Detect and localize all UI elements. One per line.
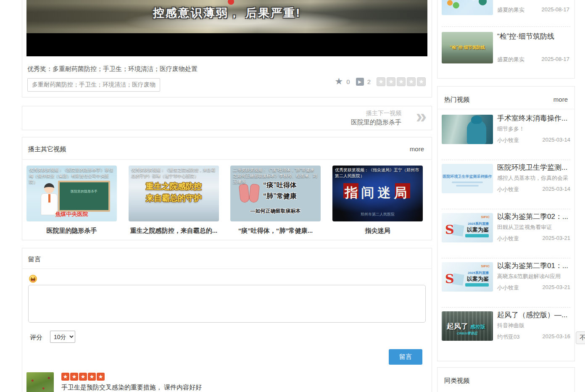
video-stats: 0 2 [335,77,426,86]
thumb-art-text: 重生之院感防控 来自霸总的守护 [129,181,219,204]
emoji-picker-icon[interactable] [29,275,37,283]
uploader-videos-box: 盛夏的果实 2025-08-17 “检”控·细节筑防线 “检”控·细节筑防线 盛… [437,0,575,79]
divider [437,109,574,109]
other-videos-more-link[interactable]: more [410,145,424,153]
thumb-art-text: S [445,222,454,237]
video-title[interactable]: 医院里的隐形杀手 [26,227,117,235]
floating-side-button[interactable]: 不 [576,331,585,344]
thumb-art-subtext: 郑州市第二人民医院 [332,212,423,217]
video-author[interactable]: 小小牧童 [497,186,519,193]
video-subtitle: 高晓东&范鹏超解读AI应用 [497,273,572,280]
video-meta: 小小牧童 2025-03-14 [497,137,570,144]
video-date: 2025-08-17 [542,6,570,14]
video-meta: 约书亚03 2025-03-16 [497,333,570,341]
other-videos-title: 播主其它视频 [28,145,66,153]
video-thumbnail[interactable]: 二等奖获奖视频：《“痰”吐得体，“肺”常健康之如何正确留取痰标本》李秋玲、程依琳… [230,166,321,221]
rating-star-icon[interactable] [397,77,406,86]
favorite-stat[interactable]: 0 [335,77,350,86]
rating-star-icon[interactable] [387,77,395,86]
video-thumbnail[interactable]: 优秀奖获奖视频：《医院里的隐形杀手》章佳梅（焦作煤业（集团）有限责任公司中央医院… [26,166,117,221]
related-videos-box: 同类视频 [437,367,575,392]
thumb-art-text: 起风了 感控版 [447,321,485,331]
sific-logo: SIFIC [481,215,490,219]
rating-stars[interactable] [377,77,426,86]
video-date: 2025-08-17 [542,56,570,63]
hot-video-item[interactable]: 医院环境卫生学监测采样操作 医院环境卫生学监测... 感控人员基本功，你真的会采… [442,164,571,206]
thumb-art-subtext: —如何正确留取痰标本 [230,208,321,215]
thumb-overlay-text: 优秀奖获奖视频：《指尖迷局》王宁（郑州市第二人民医院） [332,166,423,181]
video-thumbnail[interactable]: 起风了 感控版 CRBSI零容忍 [442,311,493,341]
comment-input[interactable] [28,285,426,323]
hot-video-item[interactable]: S SIFIC 2025系列直播 以案为鉴 以案为鉴第二季01：... 高晓东&… [442,262,571,304]
double-chevron-right-icon[interactable] [416,105,427,127]
star-icon [70,373,78,381]
comment-text: 手卫生是预防交叉感染的重要措施， 课件内容好好 [61,384,202,392]
hot-videos-more-link[interactable]: more [553,96,568,103]
other-video-card[interactable]: 优秀奖获奖视频：《指尖迷局》王宁（郑州市第二人民医院） 指间迷局 郑州市第二人民… [332,166,423,235]
thumb-art-text: S [445,271,454,286]
video-meta: 盛夏的果实 2025-08-17 [497,6,569,14]
video-tag[interactable]: 多重耐药菌防控；手卫生；环境清洁；医疗废物 [27,78,160,92]
video-title[interactable]: “痰”吐得体，“肺”常健康... [230,227,321,235]
rating-select[interactable]: 10分 [50,331,75,343]
video-subtitle: 田靓从卫监视角看审证 [497,224,572,231]
rating-star-icon[interactable] [377,77,385,86]
video-title[interactable]: 起风了（感控版）—... [497,310,572,320]
video-player[interactable]: 控感意识薄弱， 后果严重! [26,0,427,56]
next-video-title[interactable]: 医院里的隐形杀手 [351,118,401,126]
video-author[interactable]: 盛夏的果实 [497,6,524,14]
video-author[interactable]: 小小牧童 [497,284,519,292]
video-thumbnail[interactable] [442,0,493,15]
divider [22,159,432,160]
video-thumbnail[interactable]: 医院环境卫生学监测采样操作 [442,164,493,193]
video-author[interactable]: 小小牧童 [497,235,519,242]
hot-video-item[interactable]: S SIFIC 2025系列直播 以案为鉴 以案为鉴第二季02：... 田靓从卫… [442,213,571,255]
thumb-art-text: 焦煤中央医院 [26,210,117,218]
other-video-card[interactable]: 优秀奖获奖视频：《医院里的隐形杀手》章佳梅（焦作煤业（集团）有限责任公司中央医院… [26,166,117,235]
video-thumbnail[interactable]: 优秀奖获奖视频：《重生之院感防控，来自霸总的守护》邵琳（遂宁市中心医院） 重生之… [129,166,219,221]
video-author[interactable]: 盛夏的果实 [497,56,524,63]
thumb-art-text: “检”控·细节筑防线 [442,45,493,50]
thumb-overlay-text: 二等奖获奖视频：《“痰”吐得体，“肺”常健康之如何正确留取痰标本》李秋玲、程依琳… [230,166,321,187]
dashed-divider [442,26,570,27]
nurse-art [467,120,486,144]
star-icon [61,373,69,381]
star-icon [79,373,87,381]
video-thumbnail[interactable]: S SIFIC 2025系列直播 以案为鉴 [442,262,493,292]
video-caption: 控感意识薄弱， 后果严重! [26,5,427,21]
video-title[interactable]: 重生之院感防控，来自霸总的... [129,227,219,235]
video-meta: 盛夏的果实 2025-08-17 [497,56,569,63]
hot-video-item[interactable]: 手术室终末消毒操作... 细节多多！ 小小牧童 2025-03-14 [442,115,571,157]
video-title[interactable]: 手术室终末消毒操作... [497,113,572,123]
video-meta: 小小牧童 2025-03-21 [497,235,570,242]
other-video-card[interactable]: 优秀奖获奖视频：《重生之院感防控，来自霸总的守护》邵琳（遂宁市中心医院） 重生之… [129,166,219,235]
submit-comment-button[interactable]: 留言 [389,349,422,365]
video-date: 2025-03-16 [543,333,571,341]
favorite-star-icon[interactable] [335,77,343,86]
divider [22,268,432,269]
video-author[interactable]: 约书亚03 [497,333,519,341]
rating-star-icon[interactable] [407,77,416,86]
video-title[interactable]: 以案为鉴第二季01：... [497,261,572,271]
other-video-card[interactable]: 二等奖获奖视频：《“痰”吐得体，“肺”常健康之如何正确留取痰标本》李秋玲、程依琳… [230,166,321,235]
video-title[interactable]: 医院环境卫生学监测... [497,163,572,172]
next-video-box[interactable]: 播主下一视频 医院里的隐形杀手 [22,106,432,130]
hot-videos-title: 热门视频 [444,96,469,104]
hot-videos-box: 热门视频 more 手术室终末消毒操作... 细节多多！ 小小牧童 2025-0… [437,86,575,361]
commenter-avatar[interactable] [26,372,54,392]
dashed-divider [442,160,570,160]
video-title[interactable]: 以案为鉴第二季02：... [497,212,572,221]
video-title[interactable]: “检”控·细节筑防线 [497,32,571,41]
comment-star-rating [61,373,105,381]
dashed-divider [442,307,570,308]
hot-video-item[interactable]: 起风了 感控版 CRBSI零容忍 起风了（感控版）—... 抖音神曲版 约书亚0… [442,311,571,353]
video-thumbnail[interactable]: S SIFIC 2025系列直播 以案为鉴 [442,213,493,242]
video-thumbnail[interactable] [442,115,493,144]
video-thumbnail[interactable]: “检”控·细节筑防线 [442,32,493,63]
video-thumbnail[interactable]: 优秀奖获奖视频：《指尖迷局》王宁（郑州市第二人民医院） 指间迷局 郑州市第二人民… [332,166,423,221]
video-title[interactable]: 指尖迷局 [332,227,423,235]
video-author[interactable]: 小小牧童 [497,137,519,144]
play-stat: 2 [356,78,371,86]
rating-label: 评分 [30,334,42,342]
rating-star-icon[interactable] [417,77,426,86]
